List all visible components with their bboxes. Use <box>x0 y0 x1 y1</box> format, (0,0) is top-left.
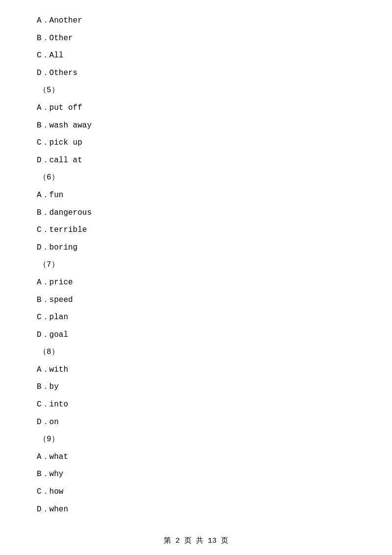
question-number-7: （7） <box>37 259 355 272</box>
option-b: B．dangerous <box>37 207 355 220</box>
option-b: B．by <box>37 381 355 394</box>
question-number-5: （5） <box>37 84 355 97</box>
option-b: B．why <box>37 468 355 481</box>
page-number-text: 第 2 页 共 13 页 <box>164 537 228 545</box>
option-b: B．Other <box>37 32 355 45</box>
question-number-8: （8） <box>37 346 355 359</box>
option-a: A．with <box>37 364 355 377</box>
option-a: A．price <box>37 277 355 289</box>
option-c: C．into <box>37 399 355 411</box>
option-d: D．call at <box>37 154 355 167</box>
option-a: A．put off <box>37 102 355 115</box>
option-c: C．how <box>37 486 355 499</box>
option-a: A．fun <box>37 189 355 202</box>
option-a: A．what <box>37 451 355 464</box>
option-d: D．boring <box>37 242 355 254</box>
option-d: D．Others <box>37 67 355 80</box>
option-d: D．when <box>37 504 355 516</box>
question-number-6: （6） <box>37 172 355 184</box>
option-d: D．on <box>37 416 355 429</box>
option-b: B．speed <box>37 294 355 307</box>
question-group-7: （7） A．price B．speed C．plan D．goal <box>37 259 355 341</box>
option-d: D．goal <box>37 329 355 342</box>
option-c: C．plan <box>37 311 355 324</box>
page-footer: 第 2 页 共 13 页 <box>0 536 392 545</box>
question-group-6: （6） A．fun B．dangerous C．terrible D．borin… <box>37 172 355 254</box>
option-c: C．All <box>37 50 355 62</box>
option-c: C．terrible <box>37 224 355 237</box>
question-group-5: （5） A．put off B．wash away C．pick up D．ca… <box>37 84 355 167</box>
question-number-9: （9） <box>37 433 355 446</box>
question-group-4: A．Another B．Other C．All D．Others <box>37 15 355 79</box>
question-group-9: （9） A．what B．why C．how D．when <box>37 433 355 516</box>
option-a: A．Another <box>37 15 355 27</box>
option-c: C．pick up <box>37 137 355 150</box>
option-b: B．wash away <box>37 120 355 132</box>
main-content: A．Another B．Other C．All D．Others （5） A．p… <box>0 0 392 550</box>
question-group-8: （8） A．with B．by C．into D．on <box>37 346 355 429</box>
